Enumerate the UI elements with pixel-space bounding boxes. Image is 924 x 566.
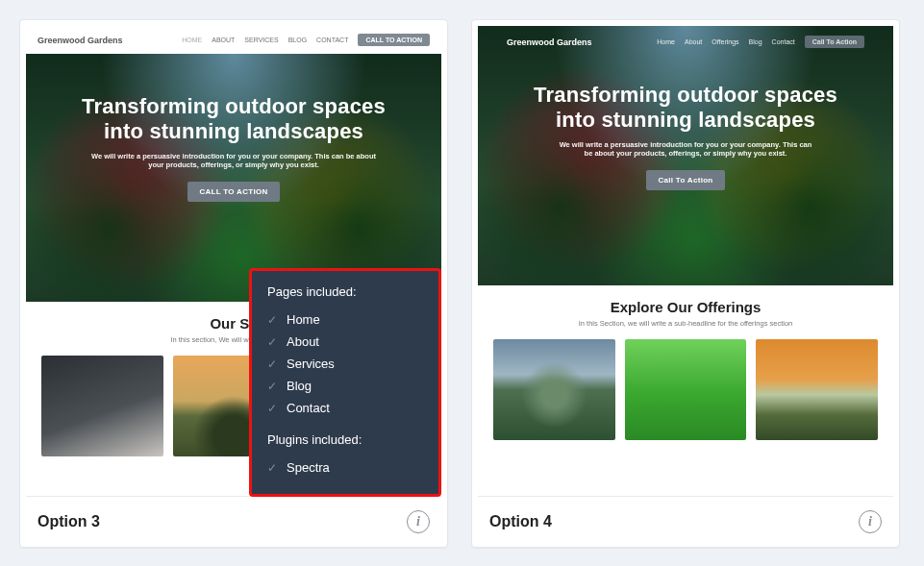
section-sub: In this Section, we will write a sub-hea…: [491, 319, 880, 328]
nav-item: Contact: [772, 38, 795, 45]
nav-item: Home: [657, 38, 675, 45]
nav-item: BLOG: [288, 37, 307, 43]
tooltip-page-item: ✓About: [267, 331, 423, 353]
check-icon: ✓: [267, 402, 277, 415]
tooltip-pages-list: ✓Home ✓About ✓Services ✓Blog ✓Contact: [267, 308, 423, 419]
nav-item: SERVICES: [244, 37, 278, 43]
nav-cta: Call To Action: [805, 36, 864, 48]
preview-brand: Greenwood Gardens: [37, 36, 123, 45]
template-preview: Greenwood Gardens Home About Offerings B…: [478, 26, 893, 497]
preview-nav: HOME ABOUT SERVICES BLOG CONTACT CALL TO…: [182, 34, 430, 46]
thumb-image: [41, 356, 163, 456]
option-label: Option 3: [37, 513, 100, 530]
nav-item: ABOUT: [212, 37, 235, 43]
preview-topbar: Greenwood Gardens Home About Offerings B…: [495, 26, 876, 58]
tooltip-plugin-item: ✓Spectra: [267, 456, 423, 479]
thumb-image: [756, 339, 878, 440]
preview-hero: Transforming outdoor spaces into stunnin…: [26, 54, 441, 302]
tooltip-plugins-list: ✓Spectra: [267, 456, 423, 479]
thumb-image: [625, 339, 747, 440]
hero-sub: We will write a persuasive introduction …: [85, 152, 383, 169]
hero-cta: Call To Action: [646, 170, 724, 190]
nav-cta: CALL TO ACTION: [358, 34, 430, 46]
hero-sub: We will write a persuasive introduction …: [556, 140, 815, 158]
nav-item: Offerings: [712, 38, 738, 45]
nav-item: CONTACT: [316, 37, 348, 43]
template-option-card[interactable]: Greenwood Gardens Home About Offerings B…: [471, 19, 900, 548]
template-option-card[interactable]: Greenwood Gardens HOME ABOUT SERVICES BL…: [19, 19, 448, 548]
section-title: Explore Our Offerings: [491, 299, 880, 315]
info-icon: i: [868, 514, 872, 529]
tooltip-page-item: ✓Services: [267, 353, 423, 375]
check-icon: ✓: [267, 357, 277, 371]
tooltip-page-item: ✓Home: [267, 308, 423, 331]
tooltip-pages-header: Pages included:: [267, 284, 423, 299]
check-icon: ✓: [267, 335, 277, 349]
preview-brand: Greenwood Gardens: [507, 37, 592, 47]
check-icon: ✓: [267, 461, 277, 475]
preview-nav: Home About Offerings Blog Contact Call T…: [657, 36, 864, 48]
hero-headline: Transforming outdoor spaces into stunnin…: [522, 83, 849, 133]
info-tooltip: Pages included: ✓Home ✓About ✓Services ✓…: [249, 268, 441, 497]
option-label: Option 4: [489, 513, 552, 530]
check-icon: ✓: [267, 313, 277, 327]
nav-item: Blog: [749, 38, 762, 45]
preview-section: Explore Our Offerings In this Section, w…: [478, 285, 893, 440]
nav-item: About: [685, 38, 702, 45]
hero-cta: CALL TO ACTION: [187, 182, 279, 202]
preview-hero: Greenwood Gardens Home About Offerings B…: [478, 26, 893, 285]
thumb-image: [493, 339, 615, 440]
tooltip-plugins-header: Plugins included:: [267, 432, 423, 447]
preview-topbar: Greenwood Gardens HOME ABOUT SERVICES BL…: [26, 26, 441, 54]
info-button[interactable]: i: [407, 510, 430, 533]
hero-headline: Transforming outdoor spaces into stunnin…: [70, 94, 397, 144]
tooltip-page-item: ✓Blog: [267, 375, 423, 397]
nav-item: HOME: [182, 37, 202, 43]
check-icon: ✓: [267, 380, 277, 393]
info-icon: i: [416, 514, 420, 529]
info-button[interactable]: i: [859, 510, 882, 533]
tooltip-page-item: ✓Contact: [267, 397, 423, 419]
